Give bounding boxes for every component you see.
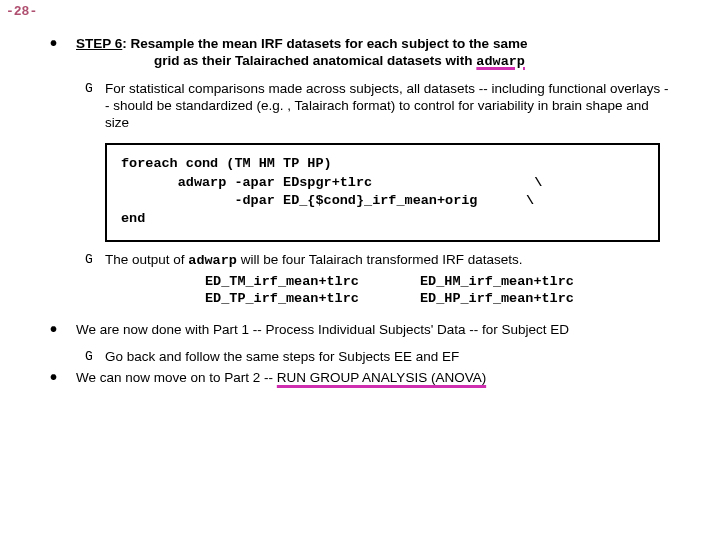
bullet-step6: • STEP 6: Resample the mean IRF datasets… [50, 36, 670, 71]
bullet-dot: • [50, 322, 76, 339]
slide-content: • STEP 6: Resample the mean IRF datasets… [0, 0, 720, 387]
sub2a: The output of [105, 252, 188, 267]
page-number: -28- [6, 4, 37, 20]
sub-bullet-1: G For statistical comparisons made acros… [85, 81, 670, 132]
sub2-text: The output of adwarp will be four Talair… [105, 252, 670, 308]
part2a: We can now move on to Part 2 -- [76, 370, 277, 385]
step6-label: STEP 6 [76, 36, 122, 51]
sub-mark-icon: G [85, 81, 105, 132]
part2b: RUN GROUP ANALYSIS (ANOVA) [277, 370, 486, 385]
out-hm: ED_HM_irf_mean+tlrc [420, 274, 635, 291]
step6-line2-wrap: grid as their Talairached anatomical dat… [154, 53, 670, 71]
bullet-dot: • [50, 36, 76, 71]
step6-text: STEP 6: Resample the mean IRF datasets f… [76, 36, 670, 71]
sub-bullet-goback: G Go back and follow the same steps for … [85, 349, 670, 366]
sub-mark-icon: G [85, 252, 105, 308]
sub2b: will be four Talairach transformed IRF d… [237, 252, 523, 267]
out-tm: ED_TM_irf_mean+tlrc [205, 274, 420, 291]
sub-mark-icon: G [85, 349, 105, 366]
output-files: ED_TM_irf_mean+tlrc ED_HM_irf_mean+tlrc … [205, 274, 670, 308]
out-tp: ED_TP_irf_mean+tlrc [205, 291, 420, 308]
bullet-part2: • We can now move on to Part 2 -- RUN GR… [50, 370, 670, 387]
sub-bullet-2: G The output of adwarp will be four Tala… [85, 252, 670, 308]
bullet-done: • We are now done with Part 1 -- Process… [50, 322, 670, 339]
sub1-text: For statistical comparisons made across … [105, 81, 670, 132]
bullet-dot: • [50, 370, 76, 387]
sub2-cmd: adwarp [188, 253, 237, 268]
adwarp-cmd: adwarp [476, 54, 525, 69]
part2-text: We can now move on to Part 2 -- RUN GROU… [76, 370, 670, 387]
step6-line1: : Resample the mean IRF datasets for eac… [122, 36, 527, 51]
goback-text: Go back and follow the same steps for Su… [105, 349, 670, 366]
out-hp: ED_HP_irf_mean+tlrc [420, 291, 635, 308]
code-block: foreach cond (TM HM TP HP) adwarp -apar … [105, 143, 660, 242]
done-text: We are now done with Part 1 -- Process I… [76, 322, 670, 339]
step6-line2: grid as their Talairached anatomical dat… [154, 53, 476, 68]
